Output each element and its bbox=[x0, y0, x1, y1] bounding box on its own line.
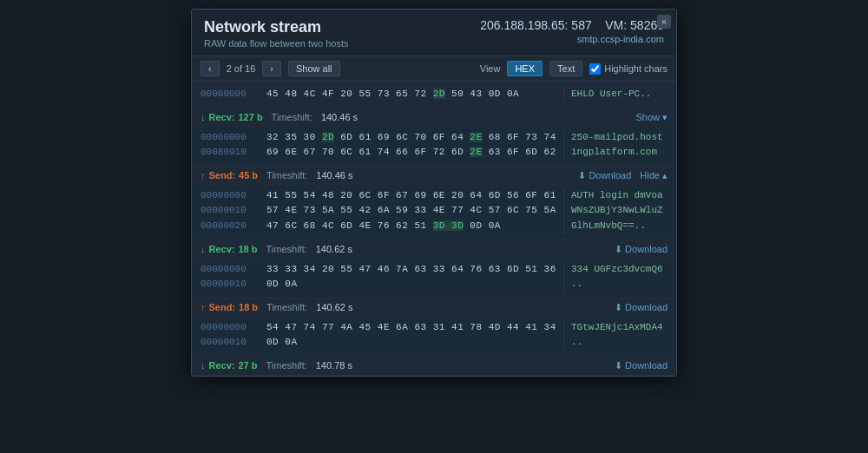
download-icon: ⬇ bbox=[578, 170, 586, 181]
hex-ascii: 250-mailpod.host bbox=[563, 130, 667, 146]
download-button[interactable]: ⬇ Download bbox=[615, 302, 667, 313]
packet-header-3: ↓ Recv: 18 b Timeshift: 140.62 s ⬇ Downl… bbox=[192, 240, 676, 259]
modal-backdrop: Network stream RAW data flow between two… bbox=[0, 0, 868, 453]
modal-domain: smtp.ccsp-india.com bbox=[480, 34, 664, 44]
download-icon: ⬇ bbox=[615, 360, 622, 371]
packet-block-5: ↓ Recv: 27 b Timeshift: 140.78 s ⬇ Downl… bbox=[192, 357, 676, 376]
hex-ascii: GlhLmNvbQ==.. bbox=[563, 219, 667, 234]
download-icon: ⬇ bbox=[615, 244, 622, 255]
hide-button[interactable]: Hide ▴ bbox=[640, 170, 667, 181]
hex-data-3: 00000000 33 33 34 20 55 47 46 7A 63 33 6… bbox=[192, 259, 676, 298]
modal-title: Network stream bbox=[204, 18, 349, 36]
modal-header-left: Network stream RAW data flow between two… bbox=[204, 18, 349, 49]
hex-row: 00000010 0D 0A .. bbox=[201, 335, 667, 351]
hex-bytes: 0D 0A bbox=[266, 335, 556, 351]
hex-row: 00000020 47 6C 68 4C 6D 4E 76 62 51 3D 3… bbox=[201, 219, 667, 234]
hex-ascii: 334 UGFzc3dvcmQ6 bbox=[563, 262, 667, 278]
packet-header-5: ↓ Recv: 27 b Timeshift: 140.78 s ⬇ Downl… bbox=[192, 357, 676, 375]
hex-offset: 00000010 bbox=[201, 203, 260, 219]
timeshift-value: 140.78 s bbox=[316, 360, 352, 371]
hex-ascii: .. bbox=[563, 277, 667, 292]
timeshift-value: 140.46 s bbox=[316, 170, 352, 181]
modal-ip: 206.188.198.65: 587 VM: 58269 bbox=[480, 18, 664, 32]
hex-bytes: 54 47 74 77 4A 45 4E 6A 63 31 41 78 4D 4… bbox=[266, 320, 556, 336]
show-button[interactable]: Show ▾ bbox=[635, 112, 667, 123]
view-text-button[interactable]: Text bbox=[549, 61, 582, 76]
hex-offset: 00000020 bbox=[201, 219, 260, 234]
hex-row: 00000010 0D 0A .. bbox=[201, 277, 667, 292]
hex-bytes: 69 6E 67 70 6C 61 74 66 6F 72 6D 2E 63 6… bbox=[266, 145, 556, 161]
modal-toolbar: ‹ 2 of 16 › Show all View HEX Text Highl… bbox=[192, 56, 676, 82]
packet-block-4: ↑ Send: 18 b Timeshift: 140.62 s ⬇ Downl… bbox=[192, 299, 676, 357]
hex-ascii: EHLO User-PC.. bbox=[563, 87, 667, 102]
close-button[interactable]: × bbox=[657, 15, 671, 29]
hex-offset: 00000000 bbox=[201, 320, 260, 336]
timeshift-label: Timeshift: bbox=[272, 112, 312, 122]
hex-offset: 00000010 bbox=[201, 335, 260, 351]
direction-recv: ↓ Recv: 18 b bbox=[201, 244, 257, 254]
packet-block-0: 00000000 45 48 4C 4F 20 55 73 65 72 2D 5… bbox=[192, 82, 676, 108]
network-stream-modal: Network stream RAW data flow between two… bbox=[191, 9, 677, 377]
arrow-down-icon: ↓ bbox=[201, 244, 206, 254]
direction-recv: ↓ Recv: 127 b bbox=[201, 112, 263, 122]
view-hex-button[interactable]: HEX bbox=[507, 61, 542, 76]
modal-subtitle: RAW data flow between two hosts bbox=[204, 38, 349, 49]
hex-row: 00080910 69 6E 67 70 6C 61 74 66 6F 72 6… bbox=[201, 145, 667, 161]
direction-send: ↑ Send: 45 b bbox=[201, 170, 258, 181]
timeshift-value: 140.46 s bbox=[321, 112, 358, 122]
download-icon: ⬇ bbox=[615, 302, 622, 313]
packet-header-4: ↑ Send: 18 b Timeshift: 140.62 s ⬇ Downl… bbox=[192, 299, 676, 317]
modal-header: Network stream RAW data flow between two… bbox=[192, 10, 676, 56]
packet-header-2: ↑ Send: 45 b Timeshift: 140.46 s ⬇ Downl… bbox=[192, 167, 676, 185]
timeshift-value: 140.62 s bbox=[316, 302, 352, 312]
hex-row: 00000000 54 47 74 77 4A 45 4E 6A 63 31 4… bbox=[201, 320, 667, 336]
hex-row: 00000000 33 33 34 20 55 47 46 7A 63 33 6… bbox=[201, 262, 667, 278]
hex-bytes: 57 4E 73 5A 55 42 6A 59 33 4E 77 4C 57 6… bbox=[266, 203, 556, 219]
hex-row: 00000000 41 55 54 48 20 6C 6F 67 69 6E 2… bbox=[201, 188, 667, 204]
timeshift-label: Timeshift: bbox=[266, 360, 306, 371]
hex-row: 00000000 45 48 4C 4F 20 55 73 65 72 2D 5… bbox=[201, 87, 667, 102]
hex-ascii: ingplatform.com bbox=[563, 145, 667, 161]
hex-bytes: 45 48 4C 4F 20 55 73 65 72 2D 50 43 0D 0… bbox=[266, 87, 556, 102]
download-button[interactable]: ⬇ Download bbox=[578, 170, 631, 181]
timeshift-label: Timeshift: bbox=[266, 302, 307, 312]
download-button[interactable]: ⬇ Download bbox=[615, 360, 667, 371]
hex-offset: 00000000 bbox=[201, 87, 260, 102]
hex-offset: 00000000 bbox=[201, 188, 260, 204]
timeshift-label: Timeshift: bbox=[266, 170, 307, 181]
hex-ascii: WNsZUBjY3NwLWluZ bbox=[563, 203, 667, 219]
hex-row: 00000000 32 35 30 2D 6D 61 69 6C 70 6F 6… bbox=[201, 130, 667, 146]
hex-bytes: 32 35 30 2D 6D 61 69 6C 70 6F 64 2E 68 6… bbox=[266, 130, 556, 146]
show-all-button[interactable]: Show all bbox=[288, 61, 340, 76]
highlight-chars-checkbox[interactable] bbox=[589, 63, 601, 75]
highlight-chars-label[interactable]: Highlight chars bbox=[589, 63, 667, 75]
hex-ascii: TGtwJENjc1AxMDA4 bbox=[563, 320, 667, 336]
download-button[interactable]: ⬇ Download bbox=[615, 244, 667, 255]
timeshift-label: Timeshift: bbox=[266, 244, 306, 254]
direction-recv: ↓ Recv: 27 b bbox=[201, 360, 257, 371]
packet-header-1: ↓ Recv: 127 b Timeshift: 140.46 s Show ▾ bbox=[192, 108, 676, 127]
nav-counter: 2 of 16 bbox=[227, 63, 256, 74]
packet-block-3: ↓ Recv: 18 b Timeshift: 140.62 s ⬇ Downl… bbox=[192, 240, 676, 299]
timeshift-value: 140.62 s bbox=[316, 244, 352, 254]
modal-header-right: 206.188.198.65: 587 VM: 58269 smtp.ccsp-… bbox=[480, 18, 664, 44]
direction-send: ↑ Send: 18 b bbox=[201, 302, 258, 312]
nav-prev-button[interactable]: ‹ bbox=[201, 61, 220, 76]
hex-offset: 00000010 bbox=[201, 277, 260, 292]
hex-bytes: 33 33 34 20 55 47 46 7A 63 33 64 76 63 6… bbox=[266, 262, 556, 278]
hex-offset: 00000000 bbox=[201, 262, 260, 278]
view-label: View bbox=[480, 63, 501, 74]
hex-offset: 00000000 bbox=[201, 130, 260, 146]
hex-row: 00000010 57 4E 73 5A 55 42 6A 59 33 4E 7… bbox=[201, 203, 667, 219]
hex-data-4: 00000000 54 47 74 77 4A 45 4E 6A 63 31 4… bbox=[192, 317, 676, 356]
hex-bytes: 0D 0A bbox=[266, 277, 556, 292]
hex-bytes: 47 6C 68 4C 6D 4E 76 62 51 3D 3D 0D 0A bbox=[266, 219, 556, 234]
hex-data-1: 00000000 32 35 30 2D 6D 61 69 6C 70 6F 6… bbox=[192, 127, 676, 166]
arrow-down-icon: ↓ bbox=[201, 112, 206, 122]
modal-content[interactable]: 00000000 45 48 4C 4F 20 55 73 65 72 2D 5… bbox=[192, 82, 676, 376]
arrow-down-icon: ↓ bbox=[201, 360, 206, 371]
hex-ascii: AUTH login dmVoa bbox=[563, 188, 667, 204]
packet-block-2: ↑ Send: 45 b Timeshift: 140.46 s ⬇ Downl… bbox=[192, 167, 676, 240]
hex-ascii: .. bbox=[563, 335, 667, 351]
nav-next-button[interactable]: › bbox=[262, 61, 281, 76]
